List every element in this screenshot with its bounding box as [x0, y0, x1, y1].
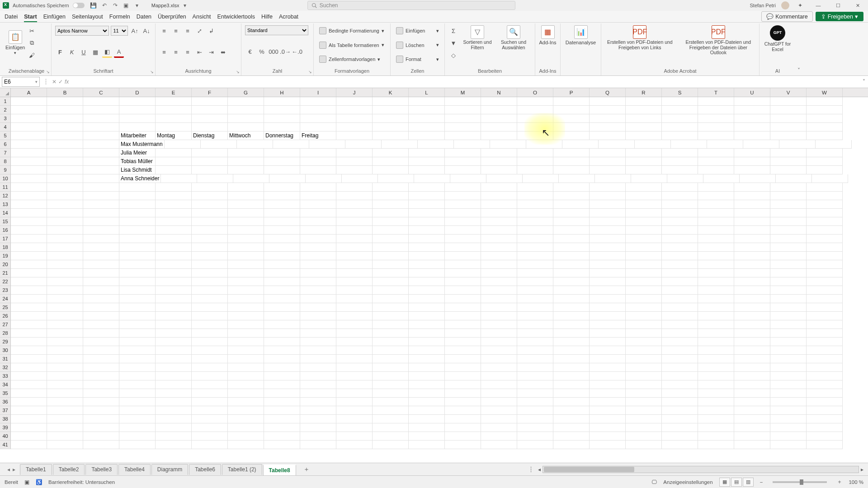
cell[interactable] [734, 269, 770, 277]
cell[interactable] [336, 415, 373, 423]
cell[interactable] [11, 415, 47, 423]
cell[interactable] [192, 183, 228, 192]
cell[interactable] [156, 295, 192, 303]
cell[interactable] [770, 320, 807, 329]
cell[interactable] [770, 346, 807, 355]
cell[interactable] [662, 432, 698, 441]
cell[interactable] [662, 157, 698, 166]
cell[interactable] [336, 406, 373, 415]
cell[interactable] [590, 415, 626, 423]
align-center-icon[interactable]: ≡ [171, 47, 181, 58]
cell[interactable] [770, 423, 807, 432]
cell[interactable] [373, 157, 409, 166]
cell[interactable] [336, 123, 373, 131]
cell[interactable] [626, 97, 662, 106]
cell[interactable] [264, 363, 300, 372]
cell[interactable] [553, 123, 590, 131]
camera-icon[interactable]: ▣ [123, 2, 130, 9]
cell[interactable] [119, 346, 156, 355]
tab-überprüfen[interactable]: Überprüfen [158, 14, 186, 20]
cell[interactable] [770, 363, 807, 372]
tab-hilfe[interactable]: Hilfe [261, 14, 273, 20]
cell[interactable] [517, 355, 553, 363]
cell[interactable] [373, 389, 409, 398]
cell[interactable] [590, 157, 626, 166]
cell[interactable] [83, 277, 119, 286]
cell[interactable] [734, 217, 770, 226]
row-header[interactable]: 16 [0, 226, 11, 235]
cell[interactable] [770, 209, 807, 217]
cell[interactable] [156, 372, 192, 380]
cell[interactable] [770, 406, 807, 415]
cell[interactable] [553, 398, 590, 406]
cell[interactable] [409, 131, 445, 140]
cell[interactable] [770, 157, 807, 166]
row-header[interactable]: 1 [0, 97, 11, 106]
cell[interactable] [336, 355, 373, 363]
horizontal-scrollbar[interactable] [542, 466, 859, 473]
cell[interactable] [228, 329, 264, 338]
cell[interactable] [192, 423, 228, 432]
font-color-icon[interactable]: A [114, 47, 124, 58]
row-header[interactable]: 13 [0, 200, 11, 209]
cell[interactable] [662, 260, 698, 269]
cell[interactable] [83, 269, 119, 277]
cell[interactable] [445, 131, 481, 140]
cell[interactable] [373, 277, 409, 286]
cell[interactable] [770, 166, 807, 174]
cell[interactable] [83, 123, 119, 131]
cell[interactable] [192, 312, 228, 320]
cell[interactable] [11, 235, 47, 243]
cell[interactable] [336, 131, 373, 140]
cell[interactable] [11, 338, 47, 346]
cell[interactable] [445, 423, 481, 432]
hscroll-left-icon[interactable]: ◂ [536, 466, 542, 473]
cell[interactable] [300, 338, 336, 346]
cell[interactable] [698, 149, 734, 157]
cell[interactable] [662, 398, 698, 406]
cell[interactable] [517, 243, 553, 252]
cell[interactable] [445, 295, 481, 303]
cell[interactable] [47, 423, 83, 432]
cell[interactable] [11, 183, 47, 192]
cell[interactable] [373, 235, 409, 243]
cell[interactable] [336, 269, 373, 277]
cell[interactable] [698, 200, 734, 209]
add-sheet-button[interactable]: ＋ [297, 465, 316, 474]
cell[interactable] [300, 295, 336, 303]
cell[interactable] [156, 346, 192, 355]
cell[interactable] [373, 338, 409, 346]
cell[interactable] [11, 312, 47, 320]
row-header[interactable]: 21 [0, 269, 11, 277]
cell[interactable] [273, 140, 309, 149]
cell[interactable] [192, 243, 228, 252]
cell[interactable] [300, 217, 336, 226]
cell[interactable] [336, 432, 373, 441]
cell[interactable] [409, 312, 445, 320]
cell[interactable] [47, 123, 83, 131]
cell[interactable] [156, 123, 192, 131]
cell[interactable] [192, 363, 228, 372]
cell[interactable] [481, 123, 517, 131]
cell[interactable] [47, 183, 83, 192]
cell[interactable] [47, 260, 83, 269]
cell[interactable] [300, 200, 336, 209]
row-header[interactable]: 15 [0, 217, 11, 226]
cell[interactable] [192, 97, 228, 106]
cell[interactable] [228, 286, 264, 295]
cell[interactable] [481, 355, 517, 363]
cell[interactable] [553, 166, 590, 174]
cell[interactable] [192, 226, 228, 235]
cell[interactable] [807, 106, 843, 114]
cell[interactable] [662, 380, 698, 389]
cell[interactable] [336, 149, 373, 157]
cell[interactable] [11, 303, 47, 312]
cell[interactable] [770, 106, 807, 114]
cell[interactable] [409, 380, 445, 389]
cell[interactable] [47, 380, 83, 389]
cell[interactable] [409, 97, 445, 106]
cell[interactable] [734, 338, 770, 346]
cell[interactable] [47, 346, 83, 355]
cell[interactable] [807, 346, 843, 355]
cell[interactable] [269, 174, 306, 183]
